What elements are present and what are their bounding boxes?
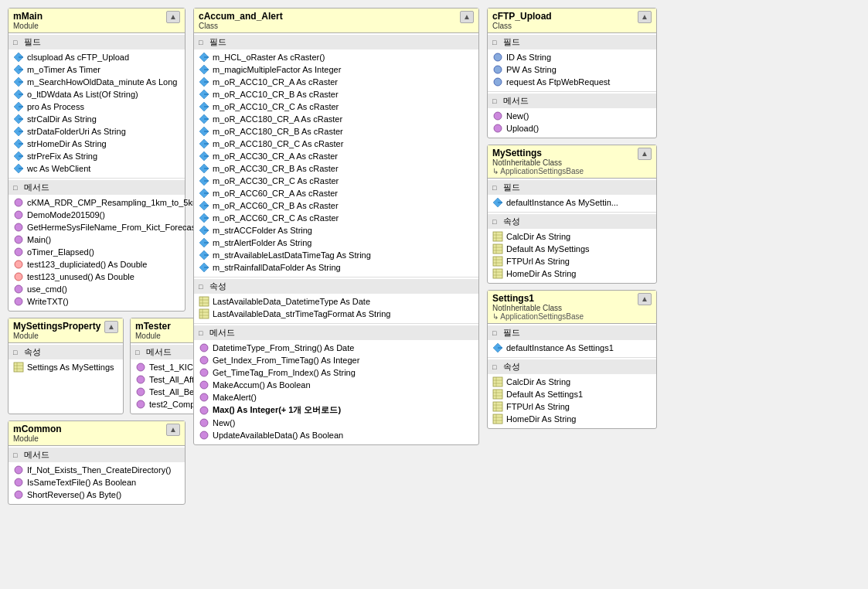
mMain-methods-header[interactable]: □ 메서드 <box>9 180 185 195</box>
cFTP-header: cFTP_Upload Class ▲ <box>488 9 656 33</box>
list-item: HomeDir As String <box>491 413 653 425</box>
MySettings-fields-header[interactable]: □ 필드 <box>488 180 656 195</box>
svg-point-21 <box>15 211 22 219</box>
mCommon-methods-label: 메서드 <box>24 449 49 461</box>
list-item: m_magicMultipleFactor As Integer <box>197 63 475 76</box>
svg-point-85 <box>200 356 208 364</box>
svg-point-84 <box>200 344 208 352</box>
cAccum-methods-items: DatetimeType_From_String() As Date Get_I… <box>194 340 478 443</box>
cAccum-fields-label: 필드 <box>209 36 226 48</box>
list-item: ShortReverse() As Byte() <box>12 489 182 501</box>
mCommon-methods-section: □ 메서드 If_Not_Exists_Then_CreateDirectory… <box>9 446 185 504</box>
list-item: Settings As MySettings <box>12 361 120 373</box>
mCommon-minimize[interactable]: ▲ <box>166 424 180 436</box>
list-item: m_strRainfallDataFolder As String <box>197 261 475 274</box>
svg-point-27 <box>15 285 22 293</box>
list-item: Get_TimeTag_From_Index() As String <box>197 366 475 379</box>
MySettingsProperty-props-items: Settings As MySettings <box>9 359 123 375</box>
svg-point-26 <box>15 273 22 281</box>
svg-point-23 <box>15 236 22 243</box>
box-cAccum: cAccum_and_Alert Class ▲ □ 필드 m_HCL_oRas… <box>193 8 479 445</box>
MySettingsProperty-minimize[interactable]: ▲ <box>104 321 118 333</box>
list-item: If_Not_Exists_Then_CreateDirectory() <box>12 464 182 476</box>
mMain-subtitle: Module <box>13 22 43 30</box>
list-item: Main() <box>12 233 182 246</box>
svg-point-33 <box>137 363 145 371</box>
column-1: mMain Module ▲ □ 필드 clsupload As cFTP_Up… <box>8 8 186 505</box>
cAccum-fields-header[interactable]: □ 필드 <box>194 35 478 49</box>
mMain-fields-header[interactable]: □ 필드 <box>9 35 185 49</box>
box-Settings1: Settings1 NotInheritable Class ↳ Applica… <box>487 290 657 429</box>
svg-point-92 <box>494 53 502 61</box>
list-item: m_strAlertFolder As String <box>197 237 475 249</box>
mCommon-methods-header[interactable]: □ 메서드 <box>9 448 185 462</box>
list-item: m_oR_ACC60_CR_A As cRaster <box>197 187 475 199</box>
cAccum-props-items: LastAvailableData_DatetimeType As Date L… <box>194 294 478 322</box>
MySettings-props-section: □ 속성 CalcDir As String Default As MySett… <box>488 213 656 283</box>
Settings1-props-header[interactable]: □ 속성 <box>488 359 656 374</box>
mCommon-title: mCommon <box>13 424 62 434</box>
cFTP-methods-header[interactable]: □ 메서드 <box>488 94 656 108</box>
mCommon-subtitle: Module <box>13 434 62 443</box>
svg-rect-121 <box>493 390 502 399</box>
list-item: Default As MySettings <box>491 243 653 255</box>
Settings1-props-label: 속성 <box>503 361 520 373</box>
svg-point-88 <box>200 393 208 401</box>
cFTP-fields-header[interactable]: □ 필드 <box>488 35 656 49</box>
list-item: m_oR_ACC10_CR_A As cRaster <box>197 76 475 88</box>
cAccum-methods-header[interactable]: □ 메서드 <box>194 325 478 340</box>
svg-point-36 <box>137 400 145 408</box>
MySettings-arrow: ↳ ApplicationSettingsBase <box>492 167 584 175</box>
svg-point-37 <box>15 466 22 474</box>
cFTP-subtitle: Class <box>492 22 552 30</box>
list-item: Default As Settings1 <box>491 388 653 400</box>
mMain-fields-toggle: □ <box>13 39 21 46</box>
svg-rect-111 <box>493 269 502 278</box>
svg-rect-107 <box>493 257 502 266</box>
MySettings-fields-items: defaultInstance As MySettin... <box>488 195 656 210</box>
cAccum-minimize[interactable]: ▲ <box>460 11 474 23</box>
Settings1-fields-items: defaultInstance As Settings1 <box>488 340 656 356</box>
cAccum-methods-label: 메서드 <box>209 327 235 339</box>
list-item: FTPUrl As String <box>491 400 653 413</box>
cAccum-fields-items: m_HCL_oRaster As cRaster() m_magicMultip… <box>194 49 478 275</box>
mMain-methods-label: 메서드 <box>24 182 49 193</box>
box-MySettings: MySettings NotInheritable Class ↳ Applic… <box>487 145 657 284</box>
list-item: m_oR_ACC180_CR_A As cRaster <box>197 113 475 125</box>
svg-rect-76 <box>199 297 209 306</box>
svg-point-28 <box>15 298 22 305</box>
list-item: LastAvailableData_strTimeTagFormat As St… <box>197 308 475 320</box>
list-item: DemoMode201509() <box>12 209 182 221</box>
mMain-minimize[interactable]: ▲ <box>166 11 180 23</box>
list-item: FTPUrl As String <box>491 255 653 267</box>
Settings1-header: Settings1 NotInheritable Class ↳ Applica… <box>488 291 656 324</box>
svg-point-87 <box>200 381 208 389</box>
column-3: cAccum_and_Alert Class ▲ □ 필드 m_HCL_oRas… <box>193 8 479 445</box>
MySettingsProperty-props-header[interactable]: □ 속성 <box>9 345 123 359</box>
cFTP-minimize[interactable]: ▲ <box>638 11 652 23</box>
MySettingsProperty-props-label: 속성 <box>24 346 41 358</box>
MySettings-minimize[interactable]: ▲ <box>638 148 652 160</box>
svg-point-34 <box>137 376 145 383</box>
Settings1-props-items: CalcDir As String Default As Settings1 F… <box>488 374 656 427</box>
MySettings-props-label: 속성 <box>503 216 520 227</box>
svg-rect-125 <box>493 402 502 411</box>
Settings1-minimize[interactable]: ▲ <box>638 293 652 305</box>
column-4: cFTP_Upload Class ▲ □ 필드 ID As String <box>487 8 657 429</box>
list-item: test123_dupliciated() As Double <box>12 258 182 271</box>
svg-rect-117 <box>493 377 502 386</box>
Settings1-arrow: ↳ ApplicationSettingsBase <box>492 312 584 321</box>
Settings1-fields-label: 필드 <box>503 327 520 339</box>
list-item: test123_unused() As Double <box>12 271 182 283</box>
list-item: LastAvailableData_DatetimeType As Date <box>197 295 475 308</box>
mTester-title: mTester <box>135 321 171 332</box>
svg-rect-80 <box>199 309 209 318</box>
cAccum-props-header[interactable]: □ 속성 <box>194 279 478 294</box>
Settings1-fields-header[interactable]: □ 필드 <box>488 325 656 340</box>
MySettings-props-header[interactable]: □ 속성 <box>488 214 656 229</box>
svg-rect-103 <box>493 244 502 254</box>
list-item: m_oR_ACC180_CR_C As cRaster <box>197 138 475 150</box>
list-item: Max() As Integer(+ 1개 오버로드) <box>197 403 475 417</box>
svg-rect-99 <box>493 232 502 241</box>
list-item: m_oR_ACC30_CR_C As cRaster <box>197 175 475 187</box>
